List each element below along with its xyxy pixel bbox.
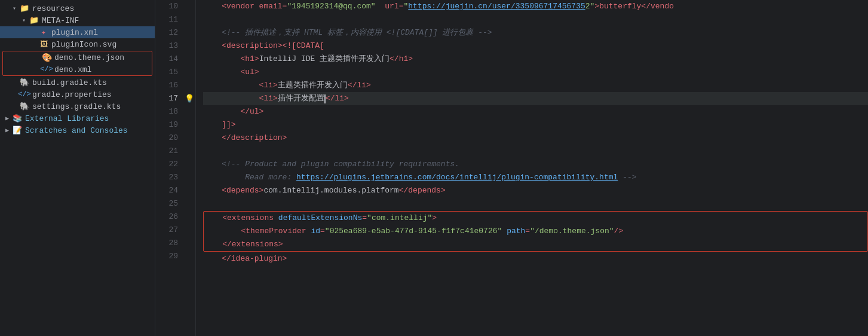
code-line-29: </idea-plugin> [203,252,868,265]
sidebar-item-meta-inf[interactable]: ▾ 📁 META-INF [0,14,155,26]
sidebar-item-label: META-INF [42,16,79,25]
library-icon: 📚 [12,114,23,123]
code-line-15: <ul> [203,66,868,79]
sidebar-item-label: Scratches and Consoles [25,126,128,135]
code-line-17: <li>插件开发配置</li> [203,92,868,105]
code-line-19: ]]> [203,118,868,132]
code-line-26: <extensions defaultExtensionNs="com.inte… [204,212,867,225]
code-line-16: <li>主题类插件开发入门</li> [203,79,868,92]
svg-file-icon: 🖼 [38,39,49,49]
sidebar-item-demo-xml[interactable]: ▾ </> demo.xml [3,63,152,75]
chevron-right-icon: ▶ [2,114,12,123]
editor-gutter: 💡 [183,0,196,336]
folder-icon: 📁 [19,4,30,13]
sidebar-item-plugin-xml[interactable]: ▾ ✦ plugin.xml [0,26,155,38]
sidebar-item-label: gradle.properties [32,90,112,99]
code-line-27: <themeProvider id="025ea689-e5ab-477d-91… [204,225,867,238]
sidebar-item-label: settings.gradle.kts [32,102,121,111]
scratch-icon: 📝 [12,126,23,135]
sidebar-item-demo-theme-json[interactable]: ▾ 🎨 demo.theme.json [3,51,152,63]
extensions-highlight-box: <extensions defaultExtensionNs="com.inte… [203,211,868,252]
sidebar-item-external-libraries[interactable]: ▶ 📚 External Libraries [0,112,155,124]
code-line-13: <description><![CDATA[ [203,39,868,53]
sidebar-item-gradle-properties[interactable]: ▾ </> gradle.properties [0,88,155,100]
code-line-23: Read more: https://plugins.jetbrains.com… [203,171,868,184]
code-line-10: <vendor email="1945192314@qq.com" url="h… [203,0,868,13]
sidebar-item-label: demo.theme.json [54,53,124,62]
sidebar-item-build-gradle[interactable]: ▾ 🐘 build.gradle.kts [0,77,155,88]
code-line-28: </extensions> [204,238,867,251]
highlighted-files-group: ▾ 🎨 demo.theme.json ▾ </> demo.xml [2,51,152,76]
file-tree[interactable]: ▾ 📁 resources ▾ 📁 META-INF ▾ ✦ plugin.xm… [0,0,155,336]
editor-scroll-area[interactable]: 10 11 12 13 14 15 16 17 18 19 20 21 22 2… [155,0,868,336]
code-editor: 10 11 12 13 14 15 16 17 18 19 20 21 22 2… [155,0,868,336]
sidebar-item-resources[interactable]: ▾ 📁 resources [0,2,155,14]
gradle2-file-icon: 🐘 [19,102,30,111]
chevron-right-icon: ▶ [2,126,12,135]
code-line-20: </description> [203,132,868,145]
chevron-down-icon: ▾ [19,16,29,25]
xml-file-icon2: </> [41,65,52,74]
gradle-file-icon: 🐘 [19,78,30,87]
json-file-icon: 🎨 [41,53,52,62]
sidebar-item-label: External Libraries [25,114,109,123]
code-line-21 [203,145,868,158]
sidebar-item-label: plugin.xml [51,28,98,37]
line-numbers: 10 11 12 13 14 15 16 17 18 19 20 21 22 2… [155,0,183,336]
folder-icon: 📁 [29,16,39,25]
sidebar-item-label: build.gradle.kts [32,78,107,87]
sidebar-item-scratches[interactable]: ▶ 📝 Scratches and Consoles [0,124,155,136]
sidebar-item-label: pluginIcon.svg [51,40,116,49]
lightbulb-icon: 💡 [185,94,194,103]
sidebar-item-settings-gradle[interactable]: ▾ 🐘 settings.gradle.kts [0,100,155,112]
code-line-12: <!-- 插件描述，支持 HTML 标签，内容使用 <![CDATA[]] 进行… [203,26,868,39]
xml-file-icon: ✦ [38,28,49,37]
code-line-24: <depends>com.intellij.modules.platform</… [203,184,868,197]
code-line-14: <h1>IntelliJ IDE 主题类插件开发入门</h1> [203,53,868,66]
sidebar-item-pluginicon-svg[interactable]: ▾ 🖼 pluginIcon.svg [0,38,155,50]
code-line-25 [203,197,868,210]
code-line-11 [203,13,868,26]
sidebar-item-label: resources [32,4,74,13]
bulb-gutter[interactable]: 💡 [183,92,195,105]
chevron-down-icon: ▾ [10,4,19,13]
code-line-18: </ul> [203,105,868,118]
sidebar-item-label: demo.xml [54,65,91,74]
code-line-22: <!-- Product and plugin compatibility re… [203,158,868,171]
code-content[interactable]: <vendor email="1945192314@qq.com" url="h… [196,0,868,336]
props-file-icon: </> [19,90,30,99]
